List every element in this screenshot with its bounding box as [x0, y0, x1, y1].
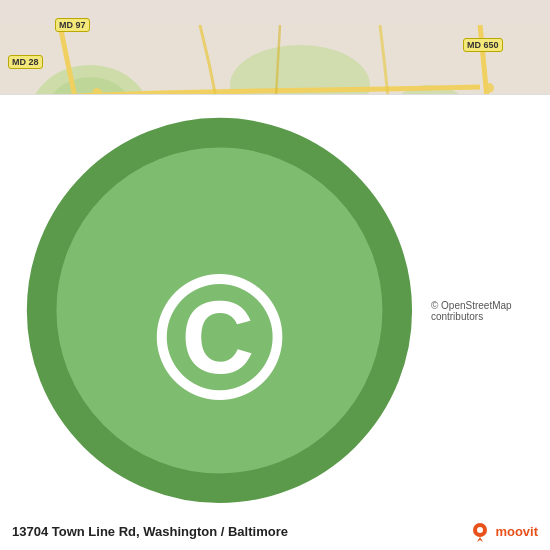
- moovit-icon: [469, 520, 491, 542]
- osm-credit: © © OpenStreetMap contributors: [12, 103, 538, 518]
- bottom-bar: © © OpenStreetMap contributors 13704 Tow…: [0, 94, 550, 550]
- road-label-md97-top: MD 97: [55, 18, 90, 32]
- address-text: 13704 Town Line Rd, Washington / Baltimo…: [12, 524, 288, 539]
- moovit-logo: moovit: [469, 520, 538, 542]
- svg-point-15: [484, 83, 494, 93]
- osm-logo-icon: ©: [12, 103, 427, 518]
- map-container: MD 97 MD 28 MD 97 MD 650 MD 650 MD 185 M…: [0, 0, 550, 550]
- svg-text:©: ©: [154, 238, 285, 437]
- moovit-text: moovit: [495, 524, 538, 539]
- svg-point-24: [477, 527, 483, 533]
- road-label-md28: MD 28: [8, 55, 43, 69]
- address-row: 13704 Town Line Rd, Washington / Baltimo…: [12, 520, 538, 542]
- road-label-md650-top: MD 650: [463, 38, 503, 52]
